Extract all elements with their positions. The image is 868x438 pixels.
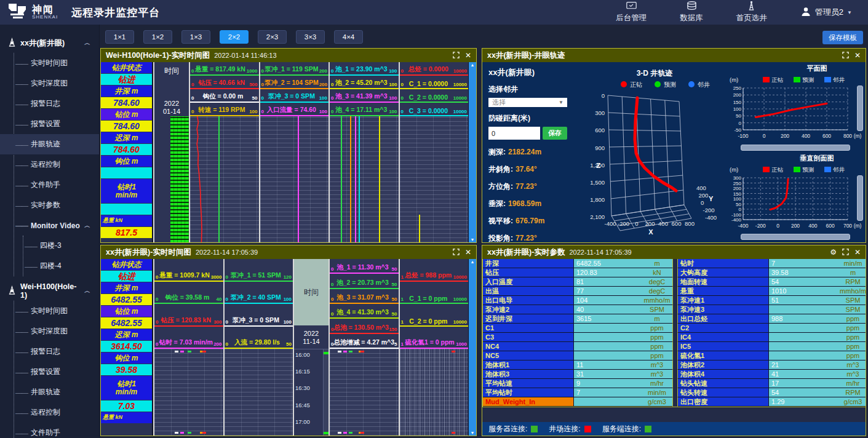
- param-unit: RPM: [837, 277, 866, 287]
- save-template-button[interactable]: 保存模板: [822, 31, 863, 44]
- nav-item-backend[interactable]: 后台管理: [616, 1, 647, 23]
- expand-icon[interactable]: [842, 52, 849, 60]
- sidebar-item-实时时间图[interactable]: ——实时时间图: [14, 301, 99, 321]
- svg-text:X: X: [648, 228, 653, 236]
- svg-text:250: 250: [733, 86, 742, 91]
- track-plot: [330, 349, 399, 436]
- sidebar-item-远程控制[interactable]: ——远程控制: [14, 154, 99, 175]
- sidebar-item-label: 四楼-3: [40, 241, 62, 251]
- scroll-up-icon[interactable]: ▲: [471, 260, 475, 264]
- curve-label: 0悬重 = 1009.7 kN3000: [154, 259, 223, 282]
- layout-button-1×3[interactable]: 1×3: [181, 30, 210, 44]
- sidebar-item-实时参数[interactable]: ——实时参数: [14, 195, 99, 215]
- sidebar-item-monitor-video[interactable]: ——Monitor Video︿: [14, 215, 99, 236]
- param-value: 31: [574, 370, 642, 379]
- distance-input[interactable]: [488, 127, 540, 140]
- user-name: 管理员2: [815, 7, 843, 18]
- param-label: 泵冲速3: [678, 305, 769, 314]
- scroll-down-icon[interactable]: ▼: [471, 237, 475, 242]
- panel-scrollbar[interactable]: ▲▼: [468, 62, 476, 242]
- scroll-up-icon[interactable]: ▲: [471, 63, 475, 67]
- gear-icon[interactable]: ⚙: [830, 249, 837, 256]
- sidebar-well-0[interactable]: xx井(新井眼)︿: [0, 33, 99, 53]
- user-menu[interactable]: 管理员2▼: [800, 6, 852, 19]
- svg-text:-50: -50: [734, 127, 741, 133]
- curve-label: 1总烃 = 988 ppm10000: [400, 259, 469, 282]
- sidebar-item-实时时间图[interactable]: ——实时时间图: [14, 53, 99, 73]
- nav-item-database[interactable]: 数据库: [680, 1, 703, 23]
- svg-text:正钻: 正钻: [771, 166, 784, 173]
- close-icon[interactable]: ✕: [465, 249, 471, 256]
- save-button[interactable]: 保存: [543, 127, 567, 140]
- curve-label: 0池_2 = 20.73 m^350: [330, 274, 399, 289]
- shenkai-logo-icon: [9, 4, 27, 21]
- track-plot: [260, 116, 329, 242]
- param-value: [769, 324, 837, 333]
- trajectory-stat: 垂深:1968.59m: [488, 199, 571, 209]
- panel-title: xx井(新井眼)-实时参数: [487, 247, 565, 258]
- sidebar-item-文件助手[interactable]: ——文件助手: [14, 175, 99, 195]
- sidebar-item-四楼-4[interactable]: ——四楼-4: [23, 256, 99, 276]
- close-icon[interactable]: ✕: [854, 249, 861, 256]
- layout-button-2×2[interactable]: 2×2: [220, 30, 249, 44]
- sidebar-item-报警设置[interactable]: ——报警设置: [14, 362, 99, 382]
- sidebar-item-四楼-3[interactable]: ——四楼-3: [23, 236, 99, 256]
- nav-item-well-select[interactable]: 首页选井: [736, 1, 767, 23]
- sidebar-item-实时深度图[interactable]: ——实时深度图: [14, 321, 99, 341]
- expand-icon[interactable]: [453, 249, 460, 257]
- close-icon[interactable]: ✕: [465, 52, 471, 59]
- sidebar-item-井眼轨迹[interactable]: ——井眼轨迹: [0, 134, 99, 154]
- time-header: 时间: [164, 66, 179, 76]
- layout-button-4×4[interactable]: 4×4: [334, 30, 363, 44]
- sidebar-item-井眼轨迹[interactable]: ——井眼轨迹: [14, 382, 99, 402]
- svg-text:3-D 井轨迹: 3-D 井轨迹: [637, 69, 673, 78]
- scroll-down-icon[interactable]: ▼: [471, 431, 475, 435]
- trajectory-stat: 测深:2182.24m: [488, 147, 571, 157]
- track-plot: [400, 349, 469, 436]
- expand-icon[interactable]: [842, 249, 849, 257]
- param-value: 54: [769, 277, 837, 287]
- mini-hscrollbar[interactable]: [741, 145, 850, 151]
- sidebar-item-label: 报警日志: [31, 346, 60, 357]
- layout-button-1×2[interactable]: 1×2: [143, 30, 172, 44]
- time-marker-strip: [323, 349, 328, 436]
- sidebar-item-报警日志[interactable]: ——报警日志: [14, 94, 99, 114]
- close-icon[interactable]: ✕: [854, 52, 861, 59]
- mini-vscrollbar[interactable]: [857, 86, 863, 131]
- neighbor-select[interactable]: 选择▼: [488, 98, 567, 107]
- mini-hscrollbar[interactable]: [741, 234, 850, 240]
- expand-icon[interactable]: [453, 52, 460, 60]
- panel-header: xx井(新井眼)-实时时间图2022-11-14 17:05:39✕: [101, 245, 476, 259]
- layout-button-1×1[interactable]: 1×1: [105, 30, 134, 44]
- curve-label: 0池_4 = 41.30 m^350: [330, 304, 399, 319]
- collapse-icon[interactable]: ︿: [84, 39, 90, 47]
- brand-en: SHENKAI: [32, 15, 58, 20]
- sidebar-item-label: 实时时间图: [31, 306, 68, 316]
- sidebar-item-报警日志[interactable]: ——报警日志: [14, 341, 99, 362]
- chart-area: 0悬重 = 1009.7 kN30000钩位 = 39.58 m400钻压 = …: [153, 259, 468, 436]
- param-value: [574, 342, 642, 351]
- layout-button-3×3[interactable]: 3×3: [296, 30, 325, 44]
- layout-button-2×3[interactable]: 2×3: [258, 30, 287, 44]
- sensor-cell: 784.60: [101, 144, 152, 156]
- sidebar-item-实时深度图[interactable]: ——实时深度图: [14, 73, 99, 94]
- sensor-cell: 钻时1 min/m: [101, 376, 152, 400]
- params-body: 井深6482.55m钻时7min/m钻压120.83kN大钩高度39.58m入口…: [482, 259, 866, 436]
- user-avatar-icon: [800, 6, 811, 19]
- track-plot: [330, 116, 399, 242]
- mini-vscrollbar[interactable]: [857, 175, 863, 221]
- sidebar-well-1[interactable]: Wei-H100(Hole-1)︿: [0, 281, 99, 301]
- param-value: 54: [769, 388, 837, 397]
- panel-well-trajectory: xx井(新井眼)-井眼轨迹✕xx井(新井眼)选择邻井选择▼防碰距离(米)保存测深…: [482, 48, 866, 243]
- panel-title: Wei-H100(Hole-1)-实时时间图: [106, 50, 210, 61]
- panel-scrollbar[interactable]: ▲▼: [468, 259, 476, 436]
- sidebar-item-label: 四楼-4: [40, 261, 62, 271]
- panel-title: xx井(新井眼)-井眼轨迹: [487, 50, 565, 61]
- sidebar-item-报警设置[interactable]: ——报警设置: [14, 114, 99, 134]
- curve-label: 0入口流量 = 74.60100: [260, 103, 329, 116]
- collapse-icon[interactable]: ︿: [84, 287, 90, 295]
- collapse-icon[interactable]: ︿: [84, 221, 90, 230]
- sidebar-item-远程控制[interactable]: ——远程控制: [14, 402, 99, 423]
- curve-label: 0C_1 = 0.000010000: [400, 76, 469, 89]
- sidebar-item-文件助手[interactable]: ——文件助手: [14, 423, 99, 438]
